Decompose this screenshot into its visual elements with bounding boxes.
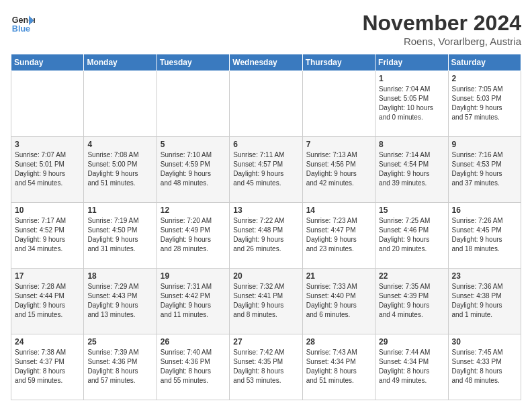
calendar-week-4: 24Sunrise: 7:38 AM Sunset: 4:37 PM Dayli… <box>11 334 521 400</box>
day-info: Sunrise: 7:10 AM Sunset: 4:59 PM Dayligh… <box>161 150 226 188</box>
day-number: 7 <box>306 140 371 149</box>
day-number: 26 <box>161 337 226 347</box>
logo: General Blue <box>11 11 35 35</box>
calendar-cell: 12Sunrise: 7:20 AM Sunset: 4:49 PM Dayli… <box>157 203 229 269</box>
day-info: Sunrise: 7:05 AM Sunset: 5:03 PM Dayligh… <box>452 85 517 122</box>
day-info: Sunrise: 7:44 AM Sunset: 4:34 PM Dayligh… <box>379 348 444 385</box>
day-number: 11 <box>87 205 152 215</box>
day-info: Sunrise: 7:17 AM Sunset: 4:52 PM Dayligh… <box>15 216 80 254</box>
day-number: 4 <box>87 140 152 149</box>
calendar-cell: 2Sunrise: 7:05 AM Sunset: 5:03 PM Daylig… <box>448 71 521 137</box>
location-title: Roens, Vorarlberg, Austria <box>362 36 521 47</box>
day-number: 10 <box>15 205 80 215</box>
calendar-cell: 18Sunrise: 7:29 AM Sunset: 4:43 PM Dayli… <box>84 269 157 334</box>
day-info: Sunrise: 7:35 AM Sunset: 4:39 PM Dayligh… <box>379 282 444 320</box>
day-number: 14 <box>306 205 371 215</box>
day-number: 30 <box>452 337 517 347</box>
calendar-week-3: 17Sunrise: 7:28 AM Sunset: 4:44 PM Dayli… <box>11 269 521 334</box>
day-info: Sunrise: 7:36 AM Sunset: 4:38 PM Dayligh… <box>452 282 517 320</box>
page: General Blue November 2024 Roens, Vorarl… <box>0 0 532 411</box>
calendar-cell <box>157 71 229 137</box>
day-info: Sunrise: 7:33 AM Sunset: 4:40 PM Dayligh… <box>306 282 371 320</box>
day-number: 13 <box>233 205 298 215</box>
day-number: 27 <box>233 337 298 347</box>
day-info: Sunrise: 7:28 AM Sunset: 4:44 PM Dayligh… <box>15 282 80 320</box>
calendar-cell: 14Sunrise: 7:23 AM Sunset: 4:47 PM Dayli… <box>302 203 375 269</box>
day-number: 8 <box>379 140 444 149</box>
calendar-cell: 6Sunrise: 7:11 AM Sunset: 4:57 PM Daylig… <box>230 137 302 203</box>
calendar-cell: 8Sunrise: 7:14 AM Sunset: 4:54 PM Daylig… <box>375 137 448 203</box>
day-number: 18 <box>87 271 152 281</box>
day-info: Sunrise: 7:25 AM Sunset: 4:46 PM Dayligh… <box>379 216 444 254</box>
day-number: 17 <box>15 271 80 281</box>
day-info: Sunrise: 7:23 AM Sunset: 4:47 PM Dayligh… <box>306 216 371 254</box>
day-number: 23 <box>452 271 517 281</box>
day-number: 1 <box>379 74 444 83</box>
day-info: Sunrise: 7:13 AM Sunset: 4:56 PM Dayligh… <box>306 150 371 188</box>
calendar-cell: 24Sunrise: 7:38 AM Sunset: 4:37 PM Dayli… <box>11 334 84 400</box>
calendar-cell <box>84 71 157 137</box>
day-info: Sunrise: 7:26 AM Sunset: 4:45 PM Dayligh… <box>452 216 517 254</box>
day-number: 16 <box>452 205 517 215</box>
calendar-cell: 22Sunrise: 7:35 AM Sunset: 4:39 PM Dayli… <box>375 269 448 334</box>
day-number: 6 <box>233 140 298 149</box>
calendar-cell: 3Sunrise: 7:07 AM Sunset: 5:01 PM Daylig… <box>11 137 84 203</box>
calendar-cell: 30Sunrise: 7:45 AM Sunset: 4:33 PM Dayli… <box>448 334 521 400</box>
month-title: November 2024 <box>362 11 521 36</box>
day-info: Sunrise: 7:14 AM Sunset: 4:54 PM Dayligh… <box>379 150 444 188</box>
calendar-cell: 26Sunrise: 7:40 AM Sunset: 4:36 PM Dayli… <box>157 334 229 400</box>
calendar-cell: 28Sunrise: 7:43 AM Sunset: 4:34 PM Dayli… <box>302 334 375 400</box>
title-block: November 2024 Roens, Vorarlberg, Austria <box>362 11 521 47</box>
day-number: 21 <box>306 271 371 281</box>
day-info: Sunrise: 7:11 AM Sunset: 4:57 PM Dayligh… <box>233 150 298 188</box>
calendar-cell: 27Sunrise: 7:42 AM Sunset: 4:35 PM Dayli… <box>230 334 302 400</box>
calendar-cell <box>230 71 302 137</box>
day-info: Sunrise: 7:43 AM Sunset: 4:34 PM Dayligh… <box>306 348 371 385</box>
calendar-cell: 23Sunrise: 7:36 AM Sunset: 4:38 PM Dayli… <box>448 269 521 334</box>
day-number: 29 <box>379 337 444 347</box>
day-info: Sunrise: 7:38 AM Sunset: 4:37 PM Dayligh… <box>15 348 80 385</box>
day-number: 20 <box>233 271 298 281</box>
day-info: Sunrise: 7:31 AM Sunset: 4:42 PM Dayligh… <box>161 282 226 320</box>
day-number: 15 <box>379 205 444 215</box>
header-friday: Friday <box>375 54 448 71</box>
calendar-cell: 16Sunrise: 7:26 AM Sunset: 4:45 PM Dayli… <box>448 203 521 269</box>
logo-icon: General Blue <box>11 11 35 35</box>
header-monday: Monday <box>84 54 157 71</box>
calendar-cell: 15Sunrise: 7:25 AM Sunset: 4:46 PM Dayli… <box>375 203 448 269</box>
calendar-cell: 19Sunrise: 7:31 AM Sunset: 4:42 PM Dayli… <box>157 269 229 334</box>
header-saturday: Saturday <box>448 54 521 71</box>
day-number: 2 <box>452 74 517 83</box>
svg-text:Blue: Blue <box>12 24 30 34</box>
header: General Blue November 2024 Roens, Vorarl… <box>11 11 521 47</box>
calendar-cell: 11Sunrise: 7:19 AM Sunset: 4:50 PM Dayli… <box>84 203 157 269</box>
header-wednesday: Wednesday <box>230 54 302 71</box>
header-thursday: Thursday <box>302 54 375 71</box>
day-number: 22 <box>379 271 444 281</box>
day-info: Sunrise: 7:39 AM Sunset: 4:36 PM Dayligh… <box>87 348 152 385</box>
day-number: 5 <box>161 140 226 149</box>
calendar-cell: 20Sunrise: 7:32 AM Sunset: 4:41 PM Dayli… <box>230 269 302 334</box>
weekday-header-row: Sunday Monday Tuesday Wednesday Thursday… <box>11 54 521 71</box>
day-info: Sunrise: 7:45 AM Sunset: 4:33 PM Dayligh… <box>452 348 517 385</box>
calendar-cell: 5Sunrise: 7:10 AM Sunset: 4:59 PM Daylig… <box>157 137 229 203</box>
calendar-cell: 25Sunrise: 7:39 AM Sunset: 4:36 PM Dayli… <box>84 334 157 400</box>
day-number: 19 <box>161 271 226 281</box>
day-info: Sunrise: 7:32 AM Sunset: 4:41 PM Dayligh… <box>233 282 298 320</box>
day-info: Sunrise: 7:16 AM Sunset: 4:53 PM Dayligh… <box>452 150 517 188</box>
day-info: Sunrise: 7:22 AM Sunset: 4:48 PM Dayligh… <box>233 216 298 254</box>
header-sunday: Sunday <box>11 54 84 71</box>
calendar-cell: 1Sunrise: 7:04 AM Sunset: 5:05 PM Daylig… <box>375 71 448 137</box>
day-number: 25 <box>87 337 152 347</box>
day-info: Sunrise: 7:29 AM Sunset: 4:43 PM Dayligh… <box>87 282 152 320</box>
day-info: Sunrise: 7:19 AM Sunset: 4:50 PM Dayligh… <box>87 216 152 254</box>
day-number: 12 <box>161 205 226 215</box>
calendar-cell <box>302 71 375 137</box>
day-number: 28 <box>306 337 371 347</box>
day-info: Sunrise: 7:07 AM Sunset: 5:01 PM Dayligh… <box>15 150 80 188</box>
calendar-cell: 4Sunrise: 7:08 AM Sunset: 5:00 PM Daylig… <box>84 137 157 203</box>
header-tuesday: Tuesday <box>157 54 229 71</box>
day-number: 24 <box>15 337 80 347</box>
calendar-cell: 29Sunrise: 7:44 AM Sunset: 4:34 PM Dayli… <box>375 334 448 400</box>
calendar-cell: 10Sunrise: 7:17 AM Sunset: 4:52 PM Dayli… <box>11 203 84 269</box>
